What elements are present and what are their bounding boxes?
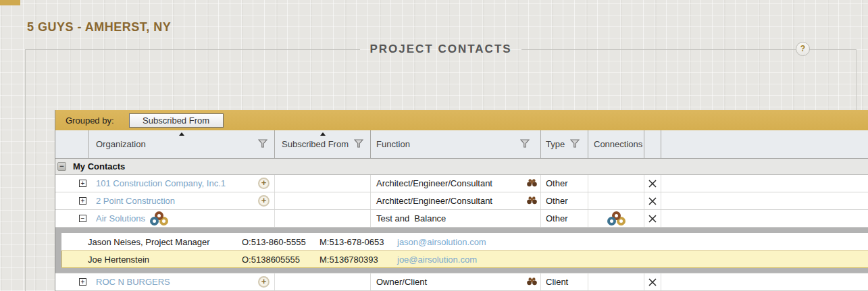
contact-row-highlighted[interactable]: Joe Hertenstein O:5138605555 M:513678039… <box>61 250 868 268</box>
contact-email-link[interactable]: jason@airsolution.com <box>397 237 486 247</box>
organization-link[interactable]: Air Solutions <box>96 213 145 223</box>
binoculars-icon[interactable] <box>527 277 537 288</box>
connections-icon[interactable] <box>607 211 626 226</box>
sort-asc-icon <box>179 132 184 136</box>
subscribed-from-cell <box>275 210 371 227</box>
column-header-subscribed-from[interactable]: Subscribed From <box>275 130 371 158</box>
type-cell: Other <box>546 196 568 206</box>
contact-row[interactable]: Jason Neises, Project Manager O:513-860-… <box>61 233 868 250</box>
subscribed-from-cell <box>275 192 371 209</box>
expand-row-icon[interactable]: + <box>79 180 86 187</box>
group-row-my-contacts: − My Contacts <box>55 159 868 175</box>
connections-icon[interactable] <box>150 211 168 226</box>
contact-email-link[interactable]: joe@airsolution.com <box>397 255 477 265</box>
contacts-grid: Grouped by: Subscribed From Organization… <box>55 110 868 291</box>
help-icon[interactable]: ? <box>796 42 810 56</box>
contact-mobile-phone: M:513-678-0653 <box>320 237 397 247</box>
collapse-row-icon[interactable]: − <box>79 215 86 222</box>
remove-icon[interactable] <box>648 180 657 188</box>
contact-name: Jason Neises, Project Manager <box>88 237 242 247</box>
subscribed-from-cell <box>275 175 371 192</box>
subscribed-from-cell <box>275 273 371 290</box>
type-cell: Other <box>546 213 568 223</box>
column-label: Organization <box>96 139 146 149</box>
organization-link[interactable]: 101 Construction Company, Inc.1 <box>96 178 226 188</box>
collapse-group-icon[interactable]: − <box>57 162 66 171</box>
column-header-function[interactable]: Function <box>371 130 541 158</box>
connections-cell <box>588 175 644 192</box>
binoculars-icon[interactable] <box>527 196 537 207</box>
grouped-by-label: Grouped by: <box>66 115 114 126</box>
project-contacts-panel: Grouped by: Subscribed From Organization… <box>25 49 857 291</box>
contact-name: Joe Hertenstein <box>88 255 242 265</box>
expand-row-icon[interactable]: + <box>79 197 86 205</box>
filter-icon[interactable] <box>258 139 267 150</box>
table-row: + 2 Point Construction + Architect/Engin… <box>55 192 868 210</box>
column-header-type[interactable]: Type <box>541 130 588 158</box>
grid-header-row: Organization Subscribed From Function <box>55 130 868 159</box>
add-contact-icon[interactable]: + <box>258 276 270 288</box>
table-row: − Air Solutions Test and Balance Other <box>55 210 868 228</box>
page-title: 5 GUYS - AMHERST, NY <box>27 20 171 34</box>
connections-cell <box>588 273 644 290</box>
filter-icon[interactable] <box>520 139 530 150</box>
table-row: + 101 Construction Company, Inc.1 + Arch… <box>55 175 868 192</box>
remove-column-header <box>644 130 661 158</box>
column-label: Connections <box>594 139 642 149</box>
expand-row-icon[interactable]: + <box>79 278 86 286</box>
column-label: Type <box>546 139 565 149</box>
sort-asc-icon <box>320 132 326 136</box>
remove-icon[interactable] <box>648 278 657 286</box>
group-label: My Contacts <box>73 161 125 171</box>
organization-link[interactable]: 2 Point Construction <box>96 196 175 206</box>
column-header-organization[interactable]: Organization <box>89 130 275 158</box>
add-contact-icon[interactable]: + <box>258 178 270 189</box>
function-cell: Test and Balance <box>376 213 446 223</box>
function-cell: Architect/Engineer/Consultant <box>376 196 492 206</box>
add-contact-icon[interactable]: + <box>258 195 270 207</box>
function-cell: Architect/Engineer/Consultant <box>376 178 492 188</box>
grouped-by-button[interactable]: Subscribed From <box>129 113 224 128</box>
function-cell: Owner/Client <box>376 277 427 287</box>
contact-office-phone: O:5138605555 <box>242 255 320 265</box>
corner-accent <box>0 0 20 5</box>
organization-link[interactable]: ROC N BURGERS <box>96 277 170 287</box>
table-row: + ROC N BURGERS + Owner/Client Client <box>55 273 868 291</box>
column-label: Function <box>376 139 410 149</box>
connections-cell <box>588 192 644 209</box>
binoculars-icon[interactable] <box>527 178 537 189</box>
contact-mobile-phone: M:5136780393 <box>320 255 397 265</box>
column-header-connections[interactable]: Connections <box>588 130 644 158</box>
column-label: Subscribed From <box>282 139 349 149</box>
contact-office-phone: O:513-860-5555 <box>242 237 320 247</box>
type-cell: Other <box>546 178 568 188</box>
remove-icon[interactable] <box>648 197 657 205</box>
remove-icon[interactable] <box>648 215 657 223</box>
filter-icon[interactable] <box>354 139 363 150</box>
expanded-contacts-panel: Jason Neises, Project Manager O:513-860-… <box>55 228 868 273</box>
type-cell: Client <box>546 277 568 287</box>
filler-column-header <box>661 130 868 158</box>
grouping-toolbar: Grouped by: Subscribed From <box>55 110 868 130</box>
expand-column-header <box>55 130 89 158</box>
filter-icon[interactable] <box>570 139 580 150</box>
